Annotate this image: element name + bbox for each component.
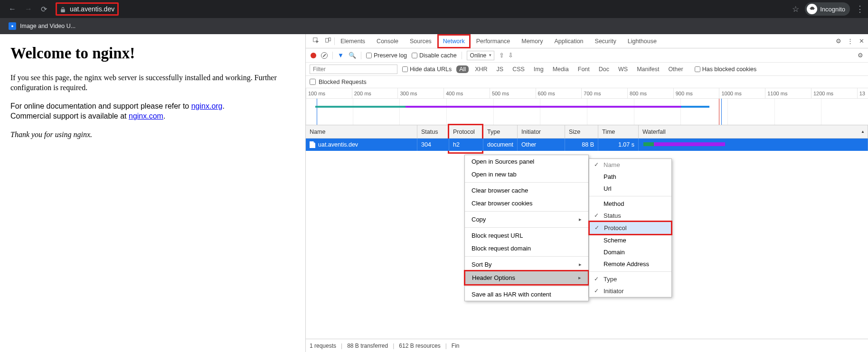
hide-data-urls-checkbox[interactable]: Hide data URLs [402, 66, 452, 73]
tab-performance[interactable]: Performance [471, 34, 516, 48]
col-opt-initiator[interactable]: Initiator [589, 285, 671, 297]
clear-button[interactable] [321, 52, 328, 59]
page-paragraph-1: If you see this page, the nginx web serv… [10, 73, 295, 93]
download-har-icon[interactable]: ⇩ [508, 52, 513, 59]
bookmark-star-icon[interactable]: ☆ [792, 4, 799, 14]
table-row[interactable]: uat.aventis.dev 304 h2 document Other 88… [306, 139, 868, 151]
tab-lighthouse[interactable]: Lighthouse [622, 34, 662, 48]
type-js[interactable]: JS [494, 65, 507, 73]
reload-button[interactable]: ⟳ [41, 5, 47, 14]
col-opt-name[interactable]: Name [589, 159, 671, 171]
preserve-log-checkbox[interactable]: Preserve log [366, 52, 407, 59]
device-toggle-icon[interactable] [322, 37, 334, 45]
svg-rect-2 [329, 38, 330, 41]
cm-clear-cookies[interactable]: Clear browser cookies [465, 197, 588, 210]
tab-sources[interactable]: Sources [404, 34, 437, 48]
requests-grid-header: Name Status Protocol Type Initiator Size… [306, 125, 868, 139]
network-settings-icon[interactable]: ⚙ [858, 52, 863, 59]
browser-toolbar: ← → ⟳ uat.aventis.dev ☆ Incognito ⋮ [0, 0, 868, 18]
col-size[interactable]: Size [565, 125, 598, 138]
throttling-select[interactable]: Online [467, 51, 495, 60]
devtools-settings-icon[interactable]: ⚙ [836, 37, 841, 45]
tab-console[interactable]: Console [371, 34, 404, 48]
col-opt-protocol[interactable]: Protocol [590, 222, 671, 234]
col-status[interactable]: Status [417, 125, 449, 138]
type-manifest[interactable]: Manifest [634, 65, 662, 73]
cm-header-options[interactable]: Header Options [465, 271, 588, 284]
col-opt-status[interactable]: Status [589, 210, 671, 222]
filter-input[interactable] [310, 65, 397, 74]
cm-block-url[interactable]: Block request URL [465, 229, 588, 242]
devtools-tabs: Elements Console Sources Network Perform… [306, 34, 868, 48]
cm-clear-cache[interactable]: Clear browser cache [465, 184, 588, 197]
column-submenu: Name Path Url Method Status Protocol Sch… [589, 158, 672, 297]
tab-elements[interactable]: Elements [335, 34, 371, 48]
type-img[interactable]: Img [531, 65, 547, 73]
devtools-close-icon[interactable]: ✕ [859, 37, 864, 45]
inspect-element-icon[interactable] [310, 37, 322, 45]
tab-network[interactable]: Network [437, 34, 471, 48]
record-button[interactable] [311, 53, 316, 58]
bookmark-favicon: ● [9, 22, 16, 30]
network-status-bar: 1 requests| 88 B transferred| 612 B reso… [306, 339, 868, 352]
back-button[interactable]: ← [9, 5, 16, 13]
devtools-more-icon[interactable]: ⋮ [847, 37, 853, 45]
network-filter-row: Hide data URLs All XHR JS CSS Img Media … [306, 63, 868, 76]
col-initiator[interactable]: Initiator [518, 125, 565, 138]
col-protocol[interactable]: Protocol [449, 125, 483, 138]
col-opt-remote[interactable]: Remote Address [589, 258, 671, 270]
incognito-label: Incognito [820, 6, 845, 13]
timeline-ruler: 100 ms 200 ms 300 ms 400 ms 500 ms 600 m… [306, 88, 868, 99]
blocked-requests-checkbox[interactable] [310, 79, 316, 85]
filter-toggle-icon[interactable]: ▼ [338, 52, 344, 59]
upload-har-icon[interactable]: ⇧ [499, 52, 504, 59]
bookmark-item[interactable]: Image and Video U... [20, 23, 75, 29]
tab-security[interactable]: Security [589, 34, 622, 48]
browser-menu-icon[interactable]: ⋮ [856, 4, 864, 14]
row-context-menu: Open in Sources panel Open in new tab Cl… [464, 155, 589, 301]
type-doc[interactable]: Doc [596, 65, 612, 73]
col-opt-path[interactable]: Path [589, 171, 671, 183]
incognito-icon [807, 4, 817, 14]
cm-open-tab[interactable]: Open in new tab [465, 168, 588, 181]
type-css[interactable]: CSS [509, 65, 528, 73]
tab-memory[interactable]: Memory [516, 34, 548, 48]
cm-block-domain[interactable]: Block request domain [465, 242, 588, 255]
waterfall-bar [642, 139, 864, 151]
network-toolbar: ▼ 🔍 Preserve log Disable cache Online ⇧ … [306, 48, 868, 63]
cm-open-sources[interactable]: Open in Sources panel [465, 155, 588, 168]
col-opt-url[interactable]: Url [589, 183, 671, 195]
page-title: Welcome to nginx! [10, 45, 295, 62]
url-text[interactable]: uat.aventis.dev [70, 5, 114, 13]
lock-icon [60, 6, 66, 12]
col-name[interactable]: Name [306, 125, 417, 138]
col-time[interactable]: Time [598, 125, 639, 138]
cm-copy[interactable]: Copy [465, 213, 588, 226]
address-bar-highlight: uat.aventis.dev [56, 2, 119, 16]
tab-application[interactable]: Application [548, 34, 589, 48]
col-opt-domain[interactable]: Domain [589, 246, 671, 258]
type-font[interactable]: Font [575, 65, 593, 73]
type-other[interactable]: Other [665, 65, 686, 73]
link-nginx-org[interactable]: nginx.org [191, 102, 223, 110]
bookmark-bar: ● Image and Video U... [0, 18, 868, 34]
type-all[interactable]: All [456, 65, 469, 73]
col-waterfall[interactable]: Waterfall [639, 125, 868, 138]
cm-save-har[interactable]: Save all as HAR with content [465, 288, 588, 301]
blocked-cookies-checkbox[interactable]: Has blocked cookies [695, 66, 757, 73]
overview-strip[interactable] [306, 99, 868, 125]
disable-cache-checkbox[interactable]: Disable cache [412, 52, 457, 59]
col-opt-scheme[interactable]: Scheme [589, 234, 671, 246]
col-opt-method[interactable]: Method [589, 198, 671, 210]
link-nginx-com[interactable]: nginx.com [129, 112, 163, 120]
type-media[interactable]: Media [550, 65, 572, 73]
cm-sort-by[interactable]: Sort By [465, 258, 588, 271]
col-opt-type[interactable]: Type [589, 273, 671, 285]
page-paragraph-2: For online documentation and support ple… [10, 101, 295, 121]
col-type[interactable]: Type [483, 125, 518, 138]
incognito-badge: Incognito [805, 2, 850, 16]
search-icon[interactable]: 🔍 [349, 52, 356, 59]
forward-button[interactable]: → [25, 5, 32, 13]
type-xhr[interactable]: XHR [472, 65, 490, 73]
type-ws[interactable]: WS [615, 65, 631, 73]
